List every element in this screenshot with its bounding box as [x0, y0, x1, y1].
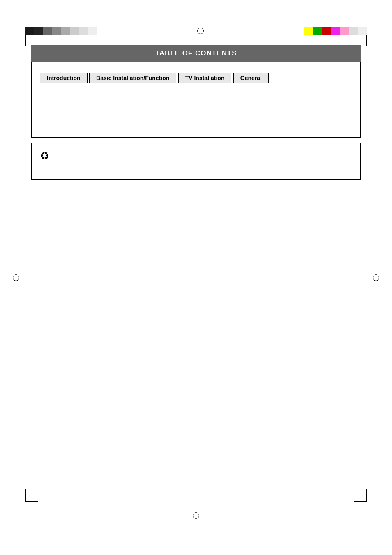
- color-seg-r7: [358, 27, 367, 35]
- recycle-icon: ♻: [40, 150, 49, 162]
- toc-title: TABLE OF CONTENTS: [155, 49, 237, 57]
- note-box: ♻: [31, 143, 361, 180]
- section-basic-installation: Basic Installation/Function: [89, 73, 176, 83]
- crosshair-top-center: [196, 26, 205, 35]
- color-seg-1: [25, 27, 34, 35]
- color-seg-2: [34, 27, 43, 35]
- color-seg-4: [52, 27, 61, 35]
- color-seg-r3: [322, 27, 331, 35]
- color-seg-r5: [340, 27, 349, 35]
- section-tv-installation: TV Installation: [178, 73, 232, 83]
- color-seg-r6: [349, 27, 358, 35]
- color-seg-r1: [304, 27, 313, 35]
- color-bar-right: [304, 27, 367, 35]
- registration-line-bottom: [25, 498, 367, 498]
- section-general: General: [233, 73, 269, 83]
- color-seg-r2: [313, 27, 322, 35]
- crosshair-right: [371, 273, 380, 282]
- color-seg-5: [61, 27, 70, 35]
- toc-box: Introduction Basic Installation/Function…: [31, 62, 361, 138]
- color-bar-left: [25, 27, 97, 35]
- crosshair-left: [12, 273, 21, 282]
- color-seg-8: [88, 27, 97, 35]
- top-bar-area: [0, 23, 392, 39]
- color-seg-7: [79, 27, 88, 35]
- section-introduction-label: Introduction: [47, 75, 81, 81]
- color-seg-6: [70, 27, 79, 35]
- color-seg-r4: [331, 27, 340, 35]
- toc-header: TABLE OF CONTENTS: [31, 45, 361, 62]
- main-content: TABLE OF CONTENTS Introduction Basic Ins…: [31, 45, 361, 497]
- section-general-label: General: [240, 75, 262, 81]
- section-introduction: Introduction: [40, 73, 88, 83]
- section-tv-label: TV Installation: [185, 75, 225, 81]
- crosshair-bottom: [191, 511, 201, 520]
- color-seg-3: [43, 27, 52, 35]
- section-basic-label: Basic Installation/Function: [96, 75, 169, 81]
